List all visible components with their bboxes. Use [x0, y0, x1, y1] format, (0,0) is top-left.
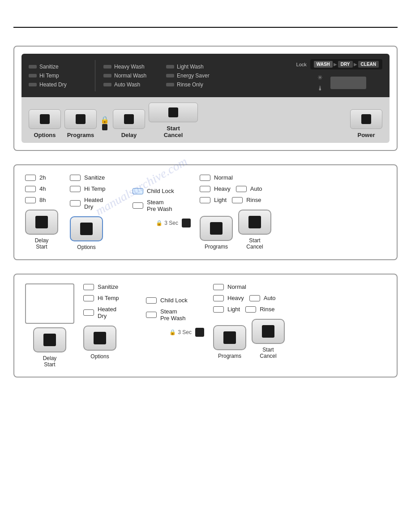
p3-delay-start-button[interactable]	[33, 327, 66, 352]
panel1-mid-indicators: Heavy Wash Normal Wash Auto Wash	[103, 64, 162, 88]
p2-rinse-label: Rinse	[246, 197, 261, 203]
p3-startcancel-big-button[interactable]	[252, 319, 285, 344]
steam-led	[133, 202, 143, 209]
panel2-expanded: 2h 4h 8h DelayStart	[13, 164, 398, 260]
normalwash-indicator: Normal Wash	[103, 73, 162, 79]
status-wash: WASH	[314, 61, 333, 68]
p3-startcancel-big-square	[262, 325, 274, 338]
p3-heateddry-row: HeatedDry	[83, 306, 137, 319]
p2-normal-row: Normal	[200, 174, 271, 181]
p2-heateddry-label: HeatedDry	[84, 197, 103, 210]
p2-light-label: Light	[214, 197, 227, 203]
lock-icon: 🔒	[156, 220, 163, 226]
panel1-top-section: Sanitize Hi Temp Heated Dry Heavy Wash N…	[21, 54, 390, 97]
autowash-label: Auto Wash	[114, 82, 140, 88]
p2-heavy-row: Heavy	[200, 185, 231, 192]
arrow1: ▶	[334, 62, 337, 67]
p3-lock-3sec-row: 🔒 3 Sec	[169, 328, 204, 344]
childlock-led	[133, 188, 143, 194]
heateddry-led	[29, 83, 37, 86]
lightwash-label: Light Wash	[177, 64, 204, 70]
autowash-led	[103, 83, 111, 86]
rinseonly-label: Rinse Only	[177, 82, 203, 88]
power-btn-label: Power	[357, 132, 375, 141]
options-btn-group: Options	[29, 109, 61, 141]
heavywash-indicator: Heavy Wash	[103, 64, 162, 70]
lock-3sec-square	[182, 219, 191, 227]
p3-options-big-btn-group: Options	[83, 326, 116, 360]
delay-start-btn-group: DelayStart	[25, 210, 58, 250]
lock-label: Lock	[296, 62, 307, 67]
startcancel-btn-label: StartCancel	[164, 125, 183, 141]
delay-button[interactable]	[113, 109, 145, 129]
main-control-panel: Sanitize Hi Temp Heated Dry Heavy Wash N…	[13, 46, 398, 151]
energysaver-indicator: Energy Saver	[166, 73, 229, 79]
p3-heavy-led	[213, 295, 224, 301]
startcancel-btn-group: StartCancel	[149, 103, 198, 141]
p2-hitemp-led	[70, 186, 81, 192]
p3-options-big-button[interactable]	[83, 326, 116, 351]
delay-start-button[interactable]	[25, 210, 58, 235]
panel1-icons: ✳ 🌡	[317, 74, 323, 92]
delay-8h-row: 8h	[25, 197, 61, 203]
sun-icon: ✳	[317, 74, 323, 81]
steam-prewash-row: SteamPre Wash	[133, 199, 191, 212]
options-button[interactable]	[29, 109, 61, 129]
lightwash-led	[166, 65, 174, 69]
p3-startcancel-big-label: StartCancel	[260, 347, 276, 359]
rinseonly-indicator: Rinse Only	[166, 82, 229, 88]
p3-options-btn-area: Options	[83, 326, 137, 360]
sanitize-label: Sanitize	[39, 64, 59, 70]
p2-light-row: Light	[200, 197, 227, 203]
lock-3sec-label: 3 Sec	[164, 220, 178, 226]
options-btn-square	[40, 114, 50, 124]
p3-light-label: Light	[227, 306, 240, 313]
p3-programs-big-button[interactable]	[213, 325, 246, 350]
programs-big-button[interactable]	[200, 216, 233, 241]
p2-auto-label: Auto	[250, 185, 262, 192]
sanitize-led	[29, 65, 37, 69]
p3-light-led	[213, 306, 224, 313]
p3-heateddry-led	[83, 309, 94, 316]
programs-btns-area: Programs StartCancel	[200, 210, 271, 250]
lock-3sec-row: 🔒 3 Sec	[156, 219, 191, 235]
lock-divider: 🔒	[100, 116, 109, 141]
p3-delay-start-label: DelayStart	[43, 355, 57, 368]
p2-hitemp-row: Hi Temp	[70, 185, 124, 192]
options-big-button[interactable]	[70, 216, 103, 241]
power-button[interactable]	[350, 109, 382, 129]
panel3-expanded: DelayStart Sanitize Hi Temp HeatedDry	[13, 274, 398, 378]
p3-programs-col: Normal Heavy Auto Light R	[213, 283, 285, 359]
programs-button[interactable]	[64, 109, 97, 129]
p3-childlock-row: Child Lock	[146, 297, 204, 304]
panel1-button-row: Options Programs 🔒 Delay Sta	[21, 97, 390, 143]
p3-steam-prewash-row: SteamPre Wash	[146, 308, 204, 322]
temp-icon: 🌡	[317, 85, 323, 92]
options-big-btn-group: Options	[70, 216, 103, 250]
top-divider	[13, 27, 398, 28]
p2-light-led	[200, 197, 210, 203]
p3-sanitize-label: Sanitize	[98, 283, 118, 290]
rinseonly-led	[166, 83, 174, 86]
hitemp-indicator: Hi Temp	[29, 73, 87, 79]
startcancel-big-button[interactable]	[238, 210, 271, 235]
delay-8h-label: 8h	[39, 197, 46, 203]
startcancel-big-btn-group: StartCancel	[238, 210, 271, 250]
p3-auto-label: Auto	[264, 295, 276, 301]
p3-rinse-led	[245, 306, 256, 313]
startcancel-button[interactable]	[149, 103, 198, 122]
delay-8h-led	[25, 197, 36, 203]
status-bar: WASH ▶ DRY ▶ CLEAN	[310, 59, 382, 69]
normalwash-led	[103, 74, 111, 77]
p3-hitemp-label: Hi Temp	[98, 295, 119, 301]
panel1-right-section: Lock WASH ▶ DRY ▶ CLEAN ✳ 🌡	[296, 59, 382, 92]
options-btn-area: Options	[70, 216, 124, 250]
p3-rinse-label: Rinse	[260, 306, 274, 313]
p3-startcancel-big-btn-group: StartCancel	[252, 319, 285, 359]
heavywash-label: Heavy Wash	[114, 64, 145, 70]
p2-sanitize-led	[70, 175, 81, 181]
panel1-left-indicators: Sanitize Hi Temp Heated Dry	[29, 64, 87, 88]
hitemp-led	[29, 74, 37, 77]
p3-programs-big-label: Programs	[218, 353, 241, 359]
p3-heavy-row: Heavy	[213, 295, 244, 301]
